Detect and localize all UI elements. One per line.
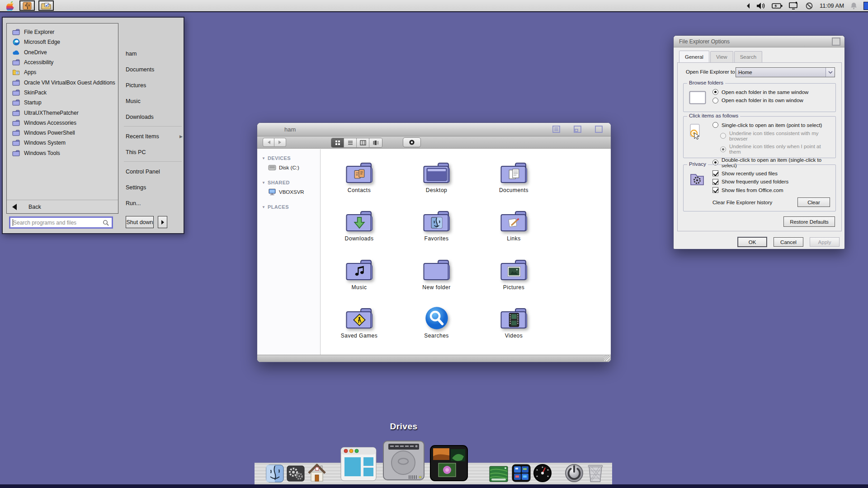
chevron-down-icon[interactable] (826, 68, 835, 77)
maximize-icon[interactable] (595, 126, 603, 133)
apply-button[interactable]: Apply (810, 237, 840, 247)
chevron-left-icon[interactable] (746, 3, 750, 9)
disclosure-triangle-icon[interactable]: ▼ (262, 181, 265, 185)
start-menu-item[interactable]: File Explorer (7, 27, 118, 37)
ok-button[interactable]: OK (738, 237, 767, 247)
drives-dock-icon[interactable] (382, 439, 425, 482)
radio-button[interactable] (712, 89, 718, 95)
notification-bell-icon[interactable] (850, 2, 857, 9)
file-item-pictures[interactable]: Pictures (475, 244, 552, 293)
start-menu-item[interactable]: Windows System (7, 138, 118, 148)
checkbox[interactable] (712, 170, 718, 176)
checkbox-option[interactable]: Show files from Office.com (712, 187, 832, 193)
tab-view[interactable]: View (710, 51, 733, 62)
do-not-disturb-icon[interactable] (805, 2, 813, 9)
sidebar-section-header[interactable]: ▼SHARED (257, 178, 320, 187)
icon-view-button[interactable] (331, 138, 344, 147)
start-menu-item[interactable]: Startup (7, 98, 118, 108)
sidebar-item[interactable]: VBOXSVR (257, 187, 320, 197)
start-menu-place-run-[interactable]: Run... (121, 195, 184, 211)
shut-down-options-button[interactable] (158, 216, 167, 228)
tab-general[interactable]: General (679, 51, 709, 62)
dialog-title-bar[interactable]: File Explorer Options (674, 36, 844, 47)
file-item-documents[interactable]: Documents (475, 149, 552, 196)
tasks-app-button[interactable] (38, 0, 54, 11)
file-item-saved-games[interactable]: Saved Games (321, 293, 398, 342)
restore-defaults-button[interactable]: Restore Defaults (783, 216, 835, 227)
checkbox-option[interactable]: Show recently used files (712, 170, 832, 176)
file-item-downloads[interactable]: Downloads (321, 196, 398, 245)
power-dock-icon[interactable] (564, 463, 584, 483)
start-menu-item[interactable]: Oracle VM VirtualBox Guest Additions (7, 77, 118, 87)
file-item-favorites[interactable]: Favorites (398, 196, 475, 245)
radio-button[interactable] (720, 146, 726, 152)
radio-option[interactable]: Underline icon titles consistent with my… (720, 131, 832, 141)
start-menu-place-control-panel[interactable]: Control Panel (121, 164, 184, 179)
finder-app-button[interactable] (19, 0, 35, 11)
start-menu-item[interactable]: Windows PowerShell (7, 128, 118, 138)
radio-option[interactable]: Single-click to open an item (point to s… (712, 122, 832, 128)
restore-icon[interactable] (574, 126, 581, 133)
open-to-select[interactable]: Home (736, 67, 835, 77)
trash-dock-icon[interactable] (586, 463, 605, 483)
cancel-button[interactable]: Cancel (774, 237, 803, 247)
system-preferences-dock-icon[interactable] (287, 464, 305, 482)
checkbox[interactable] (712, 187, 718, 193)
tab-search[interactable]: Search (734, 51, 762, 62)
back-button[interactable] (263, 138, 274, 147)
title-bar[interactable]: ham (257, 123, 611, 136)
radio-option[interactable]: Underline icon titles only when I point … (720, 144, 832, 155)
start-menu-place-ham[interactable]: ham (121, 46, 184, 61)
close-icon[interactable] (832, 38, 840, 46)
photos-dock-icon[interactable] (429, 444, 468, 482)
list-view-button[interactable] (344, 138, 357, 147)
column-view-button[interactable] (357, 138, 369, 147)
disclosure-triangle-icon[interactable]: ▼ (262, 156, 265, 160)
sidebar-section-header[interactable]: ▼PLACES (257, 202, 320, 211)
start-menu-place-downloads[interactable]: Downloads (121, 109, 184, 125)
radio-button[interactable] (712, 98, 718, 103)
file-item-desktop[interactable]: Desktop (398, 149, 475, 196)
minimize-icon[interactable] (552, 126, 560, 133)
search-input[interactable] (10, 220, 103, 226)
file-item-links[interactable]: Links (475, 196, 552, 245)
finder-dock-icon[interactable] (266, 464, 284, 483)
apple-menu-icon[interactable] (6, 0, 16, 11)
start-menu-item[interactable]: UltraUXThemePatcher (7, 108, 118, 117)
forward-button[interactable] (274, 138, 286, 147)
clock[interactable]: 11:09 AM (820, 2, 844, 9)
start-menu-place-settings[interactable]: Settings (121, 179, 184, 195)
start-menu-place-pictures[interactable]: Pictures (121, 77, 184, 93)
file-item-searches[interactable]: Searches (398, 293, 475, 342)
file-item-music[interactable]: Music (321, 244, 398, 293)
radio-button[interactable] (712, 122, 718, 128)
start-menu-item[interactable]: Apps (7, 67, 118, 77)
clear-button[interactable]: Clear (797, 197, 830, 207)
coverflow-view-button[interactable] (369, 138, 382, 147)
disclosure-triangle-icon[interactable]: ▼ (262, 205, 265, 209)
start-menu-place-this-pc[interactable]: This PC (121, 144, 184, 160)
start-menu-item[interactable]: SkinPack (7, 88, 118, 98)
radio-option[interactable]: Open each folder in the same window (712, 89, 832, 95)
checkbox[interactable] (712, 179, 718, 185)
dashboard-dock-icon[interactable] (533, 464, 552, 483)
home-dock-icon[interactable] (307, 463, 326, 482)
radio-option[interactable]: Open each folder in its own window (712, 98, 832, 103)
start-menu-item[interactable]: OneDrive (7, 47, 118, 57)
start-menu-place-documents[interactable]: Documents (121, 61, 184, 77)
start-menu-item[interactable]: Accessibility (7, 57, 118, 67)
quick-look-button[interactable] (403, 137, 421, 147)
start-menu-place-recent-items[interactable]: Recent Items▶ (121, 128, 184, 144)
resize-grip[interactable] (604, 355, 610, 361)
display-icon[interactable] (789, 2, 799, 9)
start-menu-item[interactable]: Windows Tools (7, 148, 118, 158)
back-button[interactable]: Back (7, 200, 118, 213)
battery-icon[interactable] (772, 3, 783, 9)
input-indicator-icon[interactable] (863, 2, 868, 10)
start-menu-item[interactable]: Microsoft Edge (7, 37, 118, 47)
shut-down-button[interactable]: Shut down (126, 216, 154, 228)
start-menu-place-music[interactable]: Music (121, 93, 184, 109)
sidebar-item[interactable]: Disk (C:) (257, 163, 320, 173)
desktop-wallpaper-dock-icon[interactable] (489, 465, 508, 482)
radio-button[interactable] (720, 133, 726, 139)
